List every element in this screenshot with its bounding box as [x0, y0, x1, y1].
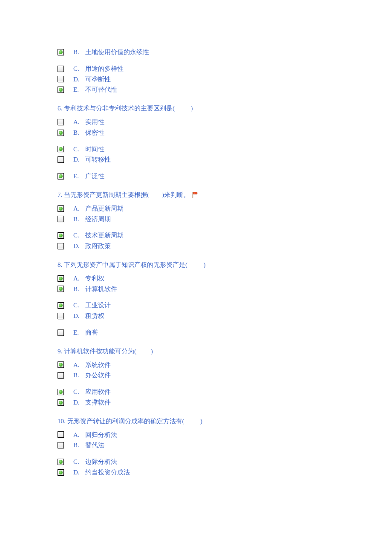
option-row: B.办公软件: [58, 370, 392, 381]
option-letter: C.: [73, 230, 85, 241]
option-checkbox[interactable]: [58, 361, 64, 368]
option-letter: A.: [73, 360, 85, 370]
option-checkbox[interactable]: [58, 431, 64, 438]
option-letter: D.: [73, 397, 85, 408]
option-checkbox[interactable]: [58, 156, 64, 163]
option-row: B.经济周期: [58, 214, 392, 225]
option-row: D.租赁权: [58, 311, 392, 321]
option-row: D.可垄断性: [58, 74, 392, 85]
option-row: D.可转移性: [58, 154, 392, 165]
option-gap: [58, 451, 392, 457]
option-checkbox[interactable]: [58, 399, 64, 406]
option-letter: D.: [73, 74, 85, 85]
option-text: 用途的多样性: [85, 64, 124, 74]
option-text: 办公软件: [85, 370, 111, 381]
option-row: D.政府政策: [58, 241, 392, 251]
question-block: 7. 当无形资产更新周期主要根据( )来判断。A.产品更新周期B.经济周期C.技…: [58, 189, 392, 251]
option-text: 实用性: [85, 117, 104, 127]
option-checkbox[interactable]: [58, 286, 64, 292]
option-checkbox[interactable]: [58, 469, 64, 476]
option-row: A.产品更新周期: [58, 203, 392, 214]
option-letter: A.: [73, 430, 85, 440]
option-letter: D.: [73, 311, 85, 321]
option-checkbox[interactable]: [58, 130, 64, 136]
option-checkbox[interactable]: [58, 146, 64, 152]
option-row: B.计算机软件: [58, 284, 392, 295]
question-block: 9. 计算机软件按功能可分为( )A.系统软件B.办公软件C.应用软件D.支撑软…: [58, 346, 392, 408]
option-letter: C.: [73, 64, 85, 74]
option-letter: B.: [73, 440, 85, 451]
option-row: A.回归分析法: [58, 430, 392, 440]
option-text: 经济周期: [85, 214, 111, 225]
option-letter: C.: [73, 457, 85, 467]
question-stem: 9. 计算机软件按功能可分为( ): [58, 346, 392, 357]
option-row: D.约当投资分成法: [58, 467, 392, 478]
option-text: 时间性: [85, 144, 104, 155]
option-checkbox[interactable]: [58, 302, 64, 309]
option-gap: [58, 294, 392, 300]
option-text: 专利权: [85, 273, 104, 284]
option-text: 计算机软件: [85, 284, 117, 295]
option-checkbox[interactable]: [58, 372, 64, 379]
option-letter: A.: [73, 273, 85, 284]
option-checkbox[interactable]: [58, 87, 64, 93]
option-letter: C.: [73, 387, 85, 397]
option-row: C.边际分析法: [58, 457, 392, 467]
option-row: E.不可替代性: [58, 84, 392, 95]
question-block: 6. 专利技术与分非专利技术的主要区别是( )A.实用性B.保密性C.时间性D.…: [58, 103, 392, 182]
option-row: C.工业设计: [58, 300, 392, 311]
option-text: 工业设计: [85, 300, 111, 311]
option-text: 土地使用价值的永续性: [85, 47, 149, 58]
question-block: 10. 无形资产转让的利润分成率的确定方法有( )A.回归分析法B.替代法C.边…: [58, 416, 392, 478]
option-text: 技术更新周期: [85, 230, 124, 241]
option-checkbox[interactable]: [58, 119, 64, 125]
option-row: E.商誉: [58, 327, 392, 338]
option-text: 回归分析法: [85, 430, 117, 440]
option-gap: [58, 381, 392, 387]
option-checkbox[interactable]: [58, 66, 64, 72]
option-checkbox[interactable]: [58, 389, 64, 395]
option-checkbox[interactable]: [58, 442, 64, 448]
option-checkbox[interactable]: [58, 275, 64, 282]
option-row: C.用途的多样性: [58, 64, 392, 74]
option-checkbox[interactable]: [58, 459, 64, 465]
option-checkbox[interactable]: [58, 232, 64, 239]
option-text: 可垄断性: [85, 74, 111, 85]
option-gap: [58, 58, 392, 64]
option-letter: A.: [73, 203, 85, 214]
option-checkbox[interactable]: [58, 330, 64, 336]
option-text: 产品更新周期: [85, 203, 124, 214]
option-text: 可转移性: [85, 154, 111, 165]
option-gap: [58, 224, 392, 230]
option-letter: B.: [73, 127, 85, 138]
option-row: B.土地使用价值的永续性: [58, 47, 392, 58]
option-letter: D.: [73, 241, 85, 251]
option-checkbox[interactable]: [58, 313, 64, 319]
option-letter: B.: [73, 284, 85, 295]
option-gap: [58, 165, 392, 171]
option-text: 政府政策: [85, 241, 111, 251]
option-row: A.实用性: [58, 117, 392, 127]
option-text: 商誉: [85, 327, 98, 338]
option-checkbox[interactable]: [58, 216, 64, 222]
option-row: E.广泛性: [58, 171, 392, 182]
option-text: 替代法: [85, 440, 104, 451]
option-letter: D.: [73, 467, 85, 478]
option-checkbox[interactable]: [58, 173, 64, 179]
question-stem: 10. 无形资产转让的利润分成率的确定方法有( ): [58, 416, 392, 427]
option-checkbox[interactable]: [58, 76, 64, 82]
option-row: C.时间性: [58, 144, 392, 155]
option-gap: [58, 321, 392, 327]
option-checkbox[interactable]: [58, 49, 64, 55]
option-text: 边际分析法: [85, 457, 117, 467]
option-gap: [58, 138, 392, 144]
option-checkbox[interactable]: [58, 205, 64, 212]
option-letter: E.: [73, 84, 85, 95]
option-text: 保密性: [85, 127, 104, 138]
question-stem: 7. 当无形资产更新周期主要根据( )来判断。: [58, 189, 392, 201]
option-checkbox[interactable]: [58, 243, 64, 249]
option-text: 不可替代性: [85, 84, 117, 95]
option-row: B.替代法: [58, 440, 392, 451]
option-row: D.支撑软件: [58, 397, 392, 408]
option-text: 广泛性: [85, 171, 104, 182]
